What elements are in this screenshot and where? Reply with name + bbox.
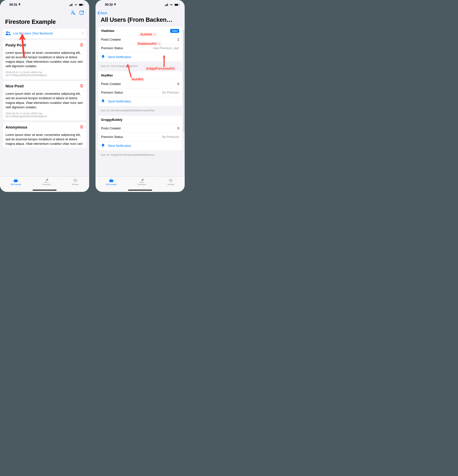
battery-icon xyxy=(79,4,84,6)
send-notification-label: Send Notification xyxy=(108,144,131,148)
svg-rect-6 xyxy=(84,4,84,5)
page-title: Firestore Example xyxy=(0,16,89,27)
send-notification-row[interactable]: Send Notification xyxy=(98,52,182,61)
tab-db-example[interactable]: DB Example xyxy=(106,178,116,192)
user-card: VladislavYOU Posts Created2 Premium Stat… xyxy=(98,26,182,61)
svg-rect-18 xyxy=(167,4,168,6)
status-time: 00:32 xyxy=(105,3,113,7)
post-meta: 2024-03-31 11:19:49 +0000 | by HzYrtTMaq… xyxy=(3,70,86,79)
premium-status-value: No Premium xyxy=(162,135,179,139)
posts-created-value: 0 xyxy=(177,82,179,86)
status-bar: 00:32 xyxy=(95,0,185,9)
tab-db-example[interactable]: DB Example xyxy=(10,178,21,192)
svg-rect-20 xyxy=(175,4,178,6)
svg-rect-23 xyxy=(110,179,112,180)
post-card: Anonymous Lorem ipsum dolor sit amet, co… xyxy=(3,122,86,148)
page-title: All Users (From Backen… xyxy=(95,15,185,25)
home-indicator xyxy=(33,190,57,191)
post-meta: 2024-03-31 11:19:43 +0000 | by HzYrtTMaq… xyxy=(3,111,86,120)
post-card: Posty Post! Lorem ipsum dolor sit amet, … xyxy=(3,40,86,79)
post-card: Nice Post! Lorem ipsum dolor sit amet, c… xyxy=(3,81,86,120)
phone-left: 00:31 Firestore Example List All Users (… xyxy=(0,0,89,192)
premium-status-value: Has Premium, yay! xyxy=(153,46,179,50)
user-name: GroggyBubbly xyxy=(101,118,122,122)
svg-rect-0 xyxy=(69,5,70,6)
home-indicator xyxy=(128,190,152,191)
cellular-icon xyxy=(165,4,168,6)
user-name: HeyMan xyxy=(101,74,113,77)
list-users-label: List All Users (Test Backend) xyxy=(13,32,79,35)
user-card: HeyMan Posts Created0 Premium StatusNo P… xyxy=(98,71,182,106)
users-icon xyxy=(6,31,11,36)
back-button[interactable]: Back xyxy=(95,9,185,15)
tab-label: Developer xyxy=(138,183,146,185)
posts-created-label: Posts Created xyxy=(101,38,121,42)
send-notification-label: Send Notification xyxy=(108,55,131,59)
user-id: User ID: PqQjFGFHYBUjMJn4B56fNNKhEmu2 xyxy=(95,152,185,158)
trash-icon[interactable] xyxy=(79,84,84,89)
location-icon xyxy=(18,3,21,7)
user-id: User ID: MV2eE4rxxaMIK4CERRALNXyG0Pa2 xyxy=(95,108,185,114)
send-notification-row[interactable]: Send Notification xyxy=(98,97,182,106)
user-name: Vladislav xyxy=(101,29,114,33)
premium-status-label: Premium Status xyxy=(101,91,123,94)
send-notification-row[interactable]: Send Notification xyxy=(98,141,182,150)
svg-rect-16 xyxy=(166,5,166,6)
list-users-row[interactable]: List All Users (Test Backend) xyxy=(3,29,86,38)
send-notification-label: Send Notification xyxy=(108,100,131,103)
back-label: Back xyxy=(100,11,107,15)
post-body: Lorem ipsum dolor sit amet, consectetur … xyxy=(3,90,86,111)
svg-point-7 xyxy=(72,11,73,13)
tab-label: DB Example xyxy=(106,183,116,185)
tab-label: DB Example xyxy=(10,183,21,185)
chevron-right-icon xyxy=(82,32,84,35)
tab-settings[interactable]: Settings xyxy=(72,178,79,192)
posts-created-label: Posts Created xyxy=(101,82,121,86)
svg-rect-21 xyxy=(179,4,180,5)
post-body: Lorem ipsum dolor sit amet, consectetur … xyxy=(3,131,86,148)
scrollbar[interactable] xyxy=(184,30,184,133)
status-icons xyxy=(165,4,180,6)
compose-icon[interactable] xyxy=(79,10,84,16)
svg-rect-3 xyxy=(72,4,72,6)
post-title: Anonymous xyxy=(6,125,27,129)
svg-point-11 xyxy=(9,32,10,33)
status-bar: 00:31 xyxy=(0,0,89,9)
user-id: User ID: HzYrtTMaqYg6XkZZhH xyxy=(95,63,185,69)
tab-label: Settings xyxy=(72,183,79,185)
bell-icon xyxy=(101,99,105,104)
tab-label: Settings xyxy=(167,183,174,185)
wifi-icon xyxy=(74,4,78,6)
premium-status-label: Premium Status xyxy=(101,46,123,50)
tab-label: Developer xyxy=(42,183,51,185)
status-icons xyxy=(69,4,84,6)
svg-rect-1 xyxy=(70,5,71,6)
premium-status-label: Premium Status xyxy=(101,135,123,139)
post-body: Lorem ipsum dolor sit amet, consectetur … xyxy=(3,49,86,70)
svg-rect-13 xyxy=(15,179,17,180)
bell-icon xyxy=(101,144,105,148)
svg-rect-17 xyxy=(166,4,167,6)
post-title: Nice Post! xyxy=(6,84,24,88)
posts-created-value: 0 xyxy=(177,127,179,130)
status-time: 00:31 xyxy=(9,3,17,7)
posts-created-label: Posts Created xyxy=(101,127,121,130)
you-badge: YOU xyxy=(170,29,179,33)
battery-icon xyxy=(174,4,180,6)
svg-rect-5 xyxy=(79,4,82,6)
trash-icon[interactable] xyxy=(79,125,84,130)
svg-point-10 xyxy=(6,31,8,33)
chevron-left-icon xyxy=(97,11,100,15)
cellular-icon xyxy=(69,4,73,6)
user-card: GroggyBubbly Posts Created0 Premium Stat… xyxy=(98,116,182,150)
tab-settings[interactable]: Settings xyxy=(167,178,174,192)
svg-point-24 xyxy=(170,180,171,181)
user-check-icon[interactable] xyxy=(71,10,76,16)
premium-status-value: No Premium xyxy=(162,91,179,94)
svg-rect-2 xyxy=(71,4,71,6)
location-icon xyxy=(114,3,116,7)
post-title: Posty Post! xyxy=(6,43,26,47)
trash-icon[interactable] xyxy=(79,43,84,48)
svg-point-14 xyxy=(75,180,76,181)
phone-right: 00:32 Back All Users (From Backen… Vladi… xyxy=(95,0,185,192)
